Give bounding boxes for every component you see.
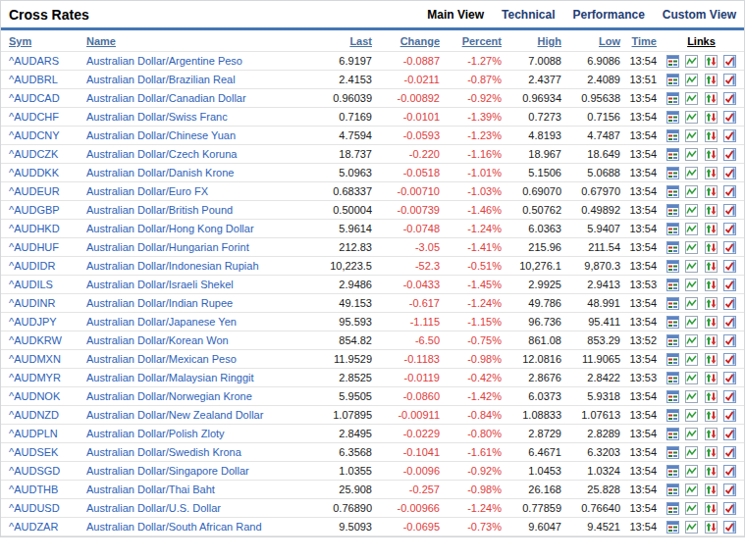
name-link[interactable]: Australian Dollar/Thai Baht xyxy=(86,484,215,495)
technical-icon[interactable] xyxy=(705,521,718,534)
name-link[interactable]: Australian Dollar/Indian Rupee xyxy=(86,297,233,309)
technical-icon[interactable] xyxy=(705,334,718,347)
quote-icon[interactable] xyxy=(666,484,679,496)
technical-icon[interactable] xyxy=(705,446,718,459)
name-link[interactable]: Australian Dollar/Chinese Yuan xyxy=(86,129,236,141)
quote-icon[interactable] xyxy=(666,55,679,68)
symbol-link[interactable]: ^AUDDKK xyxy=(9,167,59,178)
quote-icon[interactable] xyxy=(666,148,679,161)
technical-icon[interactable] xyxy=(705,111,718,124)
chart-icon[interactable] xyxy=(685,297,698,310)
chart-icon[interactable] xyxy=(685,428,698,440)
col-header-high[interactable]: High xyxy=(538,35,561,47)
symbol-link[interactable]: ^AUDZAR xyxy=(9,521,58,533)
profile-icon[interactable] xyxy=(723,148,736,161)
tab-custom-view[interactable]: Custom View xyxy=(663,8,736,22)
symbol-link[interactable]: ^AUDBRL xyxy=(9,74,58,85)
col-header-time[interactable]: Time xyxy=(632,35,657,47)
chart-icon[interactable] xyxy=(685,279,698,291)
technical-icon[interactable] xyxy=(705,74,718,86)
chart-icon[interactable] xyxy=(685,148,698,161)
chart-icon[interactable] xyxy=(685,409,698,422)
quote-icon[interactable] xyxy=(666,204,679,217)
profile-icon[interactable] xyxy=(723,260,736,273)
profile-icon[interactable] xyxy=(723,223,736,235)
chart-icon[interactable] xyxy=(685,55,698,68)
quote-icon[interactable] xyxy=(666,409,679,422)
chart-icon[interactable] xyxy=(685,241,698,254)
profile-icon[interactable] xyxy=(723,129,736,142)
symbol-link[interactable]: ^AUDILS xyxy=(9,279,53,290)
profile-icon[interactable] xyxy=(723,92,736,105)
symbol-link[interactable]: ^AUDARS xyxy=(9,55,59,67)
technical-icon[interactable] xyxy=(705,409,718,422)
quote-icon[interactable] xyxy=(666,223,679,235)
chart-icon[interactable] xyxy=(685,204,698,217)
name-link[interactable]: Australian Dollar/British Pound xyxy=(86,204,233,216)
quote-icon[interactable] xyxy=(666,353,679,366)
technical-icon[interactable] xyxy=(705,297,718,310)
name-link[interactable]: Australian Dollar/Hong Kong Dollar xyxy=(86,223,254,234)
chart-icon[interactable] xyxy=(685,390,698,403)
col-header-links[interactable]: Links xyxy=(687,35,716,47)
name-link[interactable]: Australian Dollar/Argentine Peso xyxy=(86,55,242,67)
symbol-link[interactable]: ^AUDKRW xyxy=(9,334,62,346)
name-link[interactable]: Australian Dollar/Canadian Dollar xyxy=(86,92,246,104)
quote-icon[interactable] xyxy=(666,521,679,534)
symbol-link[interactable]: ^AUDHUF xyxy=(9,241,59,253)
technical-icon[interactable] xyxy=(705,129,718,142)
name-link[interactable]: Australian Dollar/Japanese Yen xyxy=(86,316,237,328)
name-link[interactable]: Australian Dollar/Brazilian Real xyxy=(86,74,236,85)
name-link[interactable]: Australian Dollar/Mexican Peso xyxy=(86,353,237,365)
symbol-link[interactable]: ^AUDGBP xyxy=(9,204,60,216)
profile-icon[interactable] xyxy=(723,334,736,347)
symbol-link[interactable]: ^AUDEUR xyxy=(9,185,60,197)
symbol-link[interactable]: ^AUDHKD xyxy=(9,223,60,234)
chart-icon[interactable] xyxy=(685,484,698,496)
name-link[interactable]: Australian Dollar/Norwegian Krone xyxy=(86,390,252,402)
technical-icon[interactable] xyxy=(705,167,718,179)
technical-icon[interactable] xyxy=(705,148,718,161)
quote-icon[interactable] xyxy=(666,241,679,254)
name-link[interactable]: Australian Dollar/Swedish Krona xyxy=(86,446,241,458)
profile-icon[interactable] xyxy=(723,316,736,329)
quote-icon[interactable] xyxy=(666,428,679,440)
symbol-link[interactable]: ^AUDMXN xyxy=(9,353,61,365)
profile-icon[interactable] xyxy=(723,297,736,310)
technical-icon[interactable] xyxy=(705,484,718,496)
name-link[interactable]: Australian Dollar/Indonesian Rupiah xyxy=(86,260,259,272)
symbol-link[interactable]: ^AUDSGD xyxy=(9,465,60,477)
chart-icon[interactable] xyxy=(685,74,698,86)
col-header-change[interactable]: Change xyxy=(400,35,440,47)
quote-icon[interactable] xyxy=(666,111,679,124)
symbol-link[interactable]: ^AUDPLN xyxy=(9,428,58,439)
quote-icon[interactable] xyxy=(666,260,679,273)
name-link[interactable]: Australian Dollar/Korean Won xyxy=(86,334,229,346)
quote-icon[interactable] xyxy=(666,185,679,198)
quote-icon[interactable] xyxy=(666,334,679,347)
name-link[interactable]: Australian Dollar/Malaysian Ringgit xyxy=(86,372,254,383)
profile-icon[interactable] xyxy=(723,55,736,68)
tab-main-view[interactable]: Main View xyxy=(427,8,484,22)
technical-icon[interactable] xyxy=(705,92,718,105)
symbol-link[interactable]: ^AUDCNY xyxy=(9,129,60,141)
technical-icon[interactable] xyxy=(705,241,718,254)
col-header-percent[interactable]: Percent xyxy=(462,35,502,47)
name-link[interactable]: Australian Dollar/U.S. Dollar xyxy=(86,502,221,514)
quote-icon[interactable] xyxy=(666,92,679,105)
name-link[interactable]: Australian Dollar/Polish Zloty xyxy=(86,428,225,439)
profile-icon[interactable] xyxy=(723,428,736,440)
profile-icon[interactable] xyxy=(723,521,736,534)
name-link[interactable]: Australian Dollar/Israeli Shekel xyxy=(86,279,234,290)
name-link[interactable]: Australian Dollar/Swiss Franc xyxy=(86,111,228,123)
chart-icon[interactable] xyxy=(685,260,698,273)
name-link[interactable]: Australian Dollar/New Zealand Dollar xyxy=(86,409,263,421)
name-link[interactable]: Australian Dollar/Czech Koruna xyxy=(86,148,237,160)
chart-icon[interactable] xyxy=(685,129,698,142)
quote-icon[interactable] xyxy=(666,297,679,310)
symbol-link[interactable]: ^AUDCZK xyxy=(9,148,58,160)
chart-icon[interactable] xyxy=(685,111,698,124)
name-link[interactable]: Australian Dollar/Euro FX xyxy=(86,185,208,197)
symbol-link[interactable]: ^AUDMYR xyxy=(9,372,61,383)
technical-icon[interactable] xyxy=(705,372,718,384)
